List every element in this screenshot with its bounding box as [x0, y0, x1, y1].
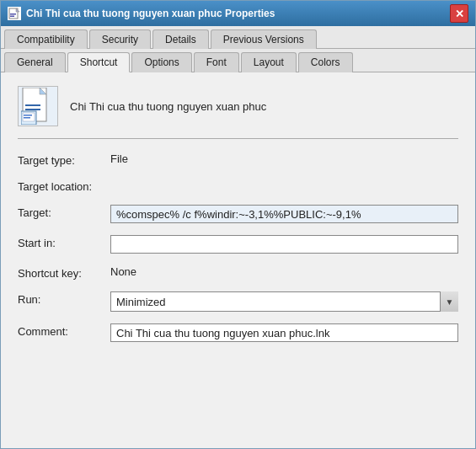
tab-container: Compatibility Security Details Previous …: [1, 26, 475, 72]
run-label: Run:: [18, 291, 110, 306]
svg-rect-8: [25, 109, 40, 110]
start-in-row: Start in:: [18, 235, 458, 254]
tab-layout[interactable]: Layout: [241, 52, 297, 72]
target-location-label: Target location:: [18, 179, 110, 193]
target-type-row: Target type: File: [18, 152, 458, 167]
tab-options[interactable]: Options: [131, 52, 191, 72]
app-header: Chi Thi cua thu tuong nguyen xuan phuc: [18, 86, 458, 139]
title-bar-left: Chi Thi cua thu tuong nguyen xuan phuc P…: [8, 7, 275, 20]
app-icon: [18, 86, 58, 126]
tab-security[interactable]: Security: [89, 29, 151, 49]
tab-previous-versions[interactable]: Previous Versions: [211, 29, 317, 49]
svg-rect-2: [10, 13, 16, 15]
app-title: Chi Thi cua thu tuong nguyen xuan phuc: [70, 100, 266, 113]
tab-row-1: Compatibility Security Details Previous …: [1, 26, 475, 49]
tab-colors[interactable]: Colors: [298, 52, 353, 72]
shortcut-key-label: Shortcut key:: [18, 265, 110, 280]
tab-general[interactable]: General: [4, 52, 66, 72]
start-in-label: Start in:: [18, 235, 110, 249]
tab-compatibility[interactable]: Compatibility: [4, 29, 88, 49]
tab-details[interactable]: Details: [152, 29, 209, 49]
run-select[interactable]: Normal windowMinimizedMaximized: [110, 291, 458, 312]
svg-rect-12: [24, 115, 32, 116]
target-type-value: File: [110, 152, 128, 165]
title-text: Chi Thi cua thu tuong nguyen xuan phuc P…: [26, 8, 275, 19]
target-input[interactable]: [110, 205, 458, 223]
run-select-wrapper: Normal windowMinimizedMaximized ▼: [110, 291, 458, 312]
run-row: Run: Normal windowMinimizedMaximized ▼: [18, 291, 458, 312]
tab-row-2: General Shortcut Options Font Layout Col…: [1, 49, 475, 72]
properties-window: Chi Thi cua thu tuong nguyen xuan phuc P…: [0, 0, 476, 449]
tab-font[interactable]: Font: [194, 52, 239, 72]
svg-rect-13: [24, 117, 30, 119]
svg-rect-3: [10, 16, 14, 18]
comment-input[interactable]: [110, 323, 458, 342]
target-location-row: Target location:: [18, 179, 458, 193]
comment-row: Comment:: [18, 323, 458, 342]
tab-shortcut[interactable]: Shortcut: [67, 52, 131, 72]
target-label: Target:: [18, 205, 110, 219]
comment-label: Comment:: [18, 323, 110, 338]
target-type-label: Target type:: [18, 152, 110, 167]
title-bar: Chi Thi cua thu tuong nguyen xuan phuc P…: [1, 1, 475, 26]
svg-rect-7: [25, 104, 40, 106]
window-icon: [8, 7, 21, 20]
shortcut-key-row: Shortcut key: None: [18, 265, 458, 280]
start-in-input[interactable]: [110, 235, 458, 254]
shortcut-key-value: None: [110, 265, 136, 278]
content-area: Chi Thi cua thu tuong nguyen xuan phuc T…: [1, 72, 475, 448]
close-button[interactable]: ✕: [450, 4, 468, 23]
target-row: Target:: [18, 205, 458, 223]
